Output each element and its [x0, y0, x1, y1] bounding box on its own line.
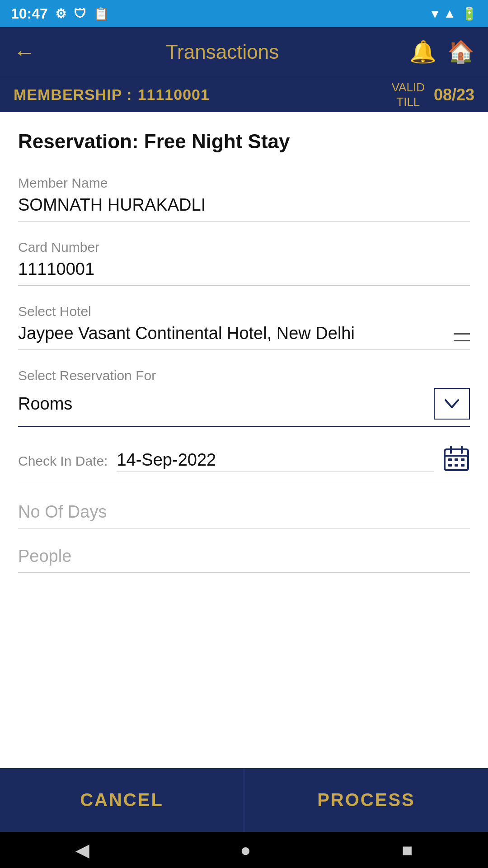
- cancel-button[interactable]: CANCEL: [0, 768, 244, 832]
- page-title: Reservation: Free Night Stay: [18, 130, 470, 153]
- hotel-select-value: Jaypee Vasant Continental Hotel, New Del…: [18, 324, 454, 343]
- home-nav-button[interactable]: ●: [240, 840, 251, 860]
- process-button[interactable]: PROCESS: [244, 768, 488, 832]
- member-name-value: SOMNATH HURAKADLI: [18, 195, 470, 222]
- people-field[interactable]: People: [18, 547, 470, 573]
- reservation-type-value: Rooms: [18, 394, 72, 414]
- card-number-label: Card Number: [18, 240, 470, 255]
- member-name-label: Member Name: [18, 175, 470, 191]
- no-of-days-group: No Of Days: [18, 502, 470, 528]
- select-hotel-label: Select Hotel: [18, 304, 470, 319]
- checkin-row: Check In Date: 14-Sep-2022: [18, 445, 470, 484]
- svg-rect-9: [461, 464, 465, 467]
- back-nav-button[interactable]: ◀: [75, 840, 89, 860]
- android-nav-bar: ◀ ● ■: [0, 832, 488, 868]
- reservation-dropdown-icon[interactable]: [434, 388, 470, 420]
- clipboard-icon: 📋: [94, 6, 109, 21]
- shield-icon: 🛡: [74, 6, 86, 21]
- app-bar-title: Transactions: [166, 41, 279, 63]
- select-reservation-label: Select Reservation For: [18, 368, 470, 383]
- svg-rect-4: [448, 458, 452, 461]
- svg-rect-6: [461, 458, 465, 461]
- home-icon[interactable]: 🏠: [447, 39, 474, 65]
- svg-rect-7: [448, 464, 452, 467]
- checkin-label: Check In Date:: [18, 453, 108, 469]
- settings-icon: ⚙: [55, 6, 66, 21]
- svg-rect-8: [455, 464, 458, 467]
- notification-bell-icon[interactable]: 🔔: [409, 39, 436, 65]
- signal-icon: ▲: [443, 6, 456, 21]
- card-number-group: Card Number 11110001: [18, 240, 470, 286]
- valid-till-label: VALIDTILL: [392, 80, 425, 108]
- battery-icon: 🔋: [461, 6, 477, 21]
- checkin-date-group: Check In Date: 14-Sep-2022: [18, 445, 470, 484]
- checkin-date-value[interactable]: 14-Sep-2022: [117, 450, 434, 472]
- recent-nav-button[interactable]: ■: [402, 840, 413, 860]
- member-name-group: Member Name SOMNATH HURAKADLI: [18, 175, 470, 222]
- main-content: Reservation: Free Night Stay Member Name…: [0, 112, 488, 868]
- membership-bar: MEMBERSHIP : 11110001 VALIDTILL 08/23: [0, 77, 488, 112]
- status-time: 10:47: [11, 5, 48, 22]
- svg-rect-5: [455, 458, 458, 461]
- membership-number: 11110001: [138, 86, 210, 104]
- status-bar: 10:47 ⚙ 🛡 📋 ▾ ▲ 🔋: [0, 0, 488, 27]
- hotel-select-container[interactable]: Jaypee Vasant Continental Hotel, New Del…: [18, 324, 470, 350]
- select-reservation-group: Select Reservation For Rooms: [18, 368, 470, 427]
- valid-till-date: 08/23: [434, 85, 474, 104]
- people-group: People: [18, 547, 470, 573]
- membership-label: MEMBERSHIP :: [14, 86, 132, 104]
- wifi-icon: ▾: [432, 6, 438, 21]
- no-of-days-field[interactable]: No Of Days: [18, 502, 470, 528]
- hotel-dropdown-icon[interactable]: [454, 333, 470, 341]
- reservation-type-selector[interactable]: Rooms: [18, 388, 470, 427]
- back-button[interactable]: ←: [14, 40, 35, 65]
- card-number-value: 11110001: [18, 259, 470, 286]
- calendar-icon[interactable]: [443, 445, 470, 477]
- app-bar: ← Transactions 🔔 🏠: [0, 27, 488, 77]
- bottom-buttons: CANCEL PROCESS: [0, 768, 488, 832]
- select-hotel-group: Select Hotel Jaypee Vasant Continental H…: [18, 304, 470, 350]
